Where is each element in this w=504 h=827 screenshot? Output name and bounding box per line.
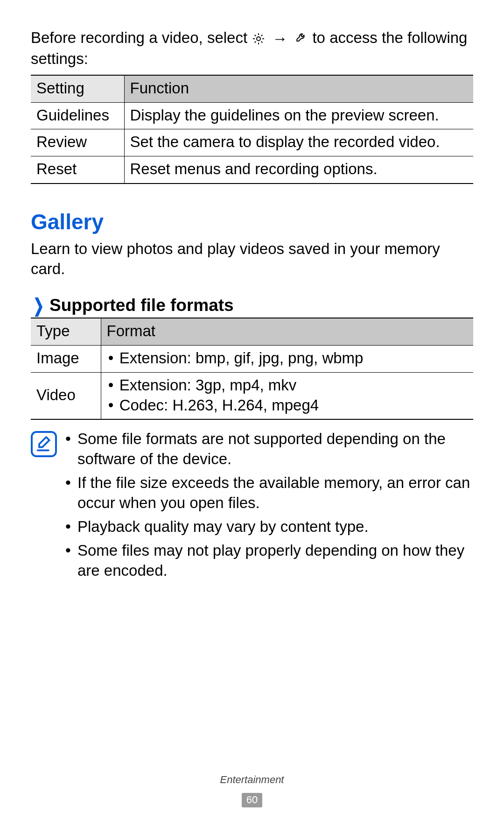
- wrench-icon: [294, 29, 308, 49]
- gear-icon: [252, 29, 266, 49]
- header-format: Format: [101, 318, 473, 345]
- cell-type: Video: [31, 372, 101, 419]
- cell-format: • Extension: 3gp, mp4, mkv • Codec: H.26…: [101, 372, 473, 419]
- cell-function: Reset menus and recording options.: [124, 156, 473, 184]
- cell-function: Display the guidelines on the preview sc…: [124, 102, 473, 129]
- cell-setting: Review: [31, 129, 124, 156]
- intro-text: Before recording a video, select → to ac…: [31, 28, 473, 69]
- note-item: If the file size exceeds the available m…: [65, 473, 473, 513]
- page-number: 60: [242, 793, 262, 807]
- formats-table: Type Format Image • Extension: bmp, gif,…: [31, 318, 473, 420]
- table-row: Image • Extension: bmp, gif, jpg, png, w…: [31, 345, 473, 372]
- table-row: Guidelines Display the guidelines on the…: [31, 102, 473, 129]
- intro-before: Before recording a video, select: [31, 29, 252, 46]
- cell-setting: Reset: [31, 156, 124, 184]
- arrow-icon: →: [272, 29, 287, 49]
- header-type: Type: [31, 318, 101, 345]
- cell-format: • Extension: bmp, gif, jpg, png, wbmp: [101, 345, 473, 372]
- note-block: Some file formats are not supported depe…: [31, 429, 473, 584]
- cell-setting: Guidelines: [31, 102, 124, 129]
- cell-function: Set the camera to display the recorded v…: [124, 129, 473, 156]
- header-setting: Setting: [31, 75, 124, 102]
- gallery-text: Learn to view photos and play videos sav…: [31, 239, 473, 279]
- table-row: Review Set the camera to display the rec…: [31, 129, 473, 156]
- note-item: Some files may not play properly dependi…: [65, 541, 473, 581]
- header-function: Function: [124, 75, 473, 102]
- gallery-heading: Gallery: [31, 208, 473, 236]
- cell-type: Image: [31, 345, 101, 372]
- page-footer: Entertainment 60: [0, 773, 504, 808]
- note-list: Some file formats are not supported depe…: [65, 429, 473, 584]
- note-item: Playback quality may vary by content typ…: [65, 517, 473, 537]
- svg-point-0: [257, 37, 260, 41]
- footer-section: Entertainment: [0, 773, 504, 787]
- supported-heading: ❯ Supported file formats: [31, 294, 473, 317]
- table-row: Video • Extension: 3gp, mp4, mkv • Codec…: [31, 372, 473, 419]
- supported-heading-text: Supported file formats: [49, 294, 234, 317]
- note-item: Some file formats are not supported depe…: [65, 429, 473, 469]
- table-header-row: Setting Function: [31, 75, 473, 102]
- table-row: Reset Reset menus and recording options.: [31, 156, 473, 184]
- note-icon: [31, 431, 57, 457]
- settings-table: Setting Function Guidelines Display the …: [31, 75, 473, 184]
- table-header-row: Type Format: [31, 318, 473, 345]
- chevron-right-icon: ❯: [33, 296, 44, 315]
